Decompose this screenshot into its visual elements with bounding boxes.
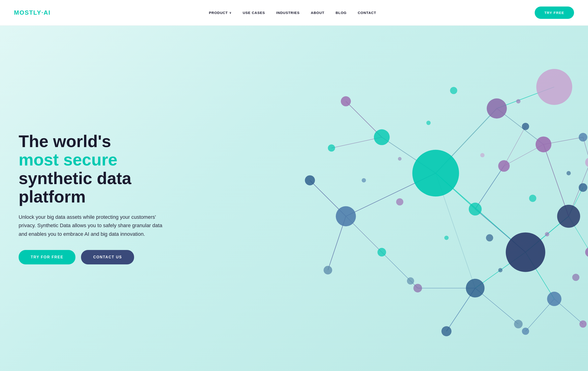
svg-point-39: [557, 205, 580, 228]
nav-item-blog[interactable]: BLOG: [336, 11, 346, 15]
svg-point-54: [441, 326, 451, 336]
svg-point-65: [529, 195, 536, 202]
svg-point-59: [413, 284, 422, 292]
network-visualization: [274, 26, 588, 371]
nav-item-product[interactable]: PRODUCT: [209, 11, 232, 15]
hero-title-line2: most secure: [19, 150, 117, 169]
svg-point-58: [377, 248, 386, 257]
svg-point-45: [469, 203, 482, 216]
hero-title-line3: synthetic data platform: [19, 169, 131, 206]
svg-point-68: [426, 121, 431, 125]
svg-point-74: [545, 232, 549, 237]
hero-title: The world's most secure synthetic data p…: [19, 132, 186, 206]
svg-point-71: [480, 153, 485, 157]
try-free-button[interactable]: TRY FREE: [535, 7, 574, 19]
svg-point-46: [498, 160, 510, 172]
svg-line-12: [475, 166, 504, 209]
hero-buttons: TRY FOR FREE CONTACT US: [19, 250, 186, 264]
svg-point-52: [579, 183, 587, 192]
hero-content: The world's most secure synthetic data p…: [19, 132, 186, 264]
svg-point-67: [572, 274, 579, 281]
svg-point-35: [412, 150, 459, 197]
svg-point-44: [547, 292, 561, 306]
svg-point-56: [579, 320, 587, 328]
nav-item-use-cases[interactable]: USE CASES: [243, 11, 265, 15]
svg-point-72: [361, 178, 366, 183]
nav-item-contact[interactable]: CONTACT: [358, 11, 376, 15]
svg-point-48: [324, 266, 332, 274]
hero-title-line1: The world's: [19, 132, 111, 151]
hero-description: Unlock your big data assets while protec…: [19, 213, 163, 238]
svg-point-70: [566, 171, 571, 175]
nav-item-about[interactable]: ABOUT: [311, 11, 324, 15]
svg-point-55: [514, 320, 523, 328]
main-nav: PRODUCT USE CASES INDUSTRIES ABOUT BLOG …: [209, 11, 376, 15]
svg-point-75: [498, 268, 503, 272]
svg-point-49: [341, 96, 351, 106]
svg-point-47: [305, 175, 315, 185]
svg-point-60: [522, 123, 529, 130]
svg-point-53: [579, 133, 587, 142]
svg-point-36: [506, 233, 545, 272]
svg-point-51: [585, 247, 588, 257]
svg-point-41: [374, 129, 390, 145]
try-for-free-button[interactable]: TRY FOR FREE: [19, 250, 75, 264]
logo-text: MOSTLY·AI: [14, 9, 51, 16]
nav-item-industries[interactable]: INDUSTRIES: [276, 11, 300, 15]
svg-point-62: [450, 87, 457, 94]
svg-point-50: [328, 144, 335, 152]
svg-point-43: [466, 279, 484, 298]
svg-point-64: [486, 234, 493, 241]
svg-point-73: [444, 236, 449, 240]
logo[interactable]: MOSTLY·AI: [14, 9, 51, 16]
svg-point-40: [336, 206, 356, 226]
svg-point-66: [407, 278, 414, 285]
contact-us-button[interactable]: CONTACT US: [81, 250, 134, 264]
svg-point-69: [516, 99, 521, 103]
svg-point-42: [536, 136, 551, 152]
hero-section: The world's most secure synthetic data p…: [0, 26, 588, 371]
site-header: MOSTLY·AI PRODUCT USE CASES INDUSTRIES A…: [0, 0, 588, 26]
svg-point-76: [398, 157, 401, 160]
svg-point-61: [585, 157, 588, 167]
svg-point-38: [487, 98, 507, 118]
svg-point-57: [522, 328, 529, 335]
svg-point-37: [536, 69, 572, 105]
svg-point-63: [396, 198, 403, 206]
